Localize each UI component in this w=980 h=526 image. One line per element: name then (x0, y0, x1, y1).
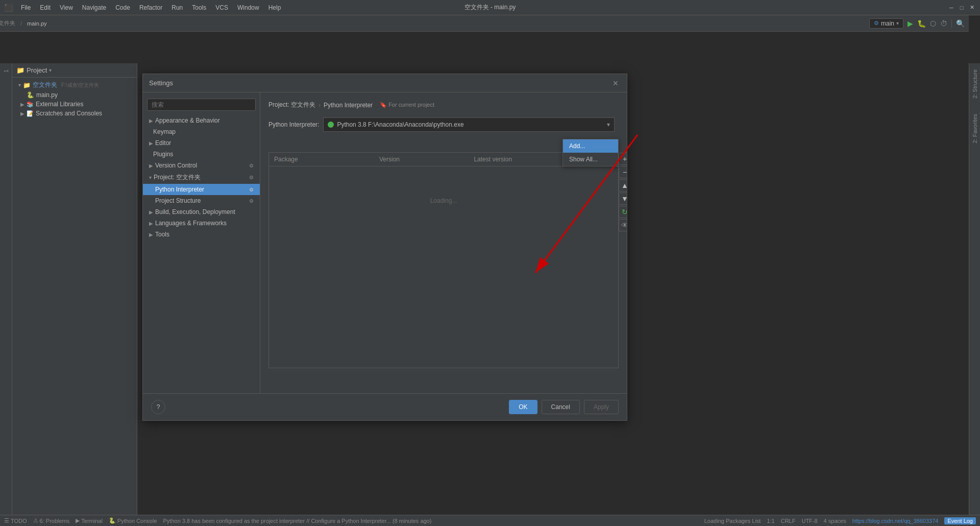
structure-tab[interactable]: 2: Structure (972, 69, 978, 99)
settings-item-version-control[interactable]: ▶ Version Control ⚙ (143, 160, 260, 171)
run-config-label: main (881, 20, 894, 27)
interpreter-select[interactable]: Python 3.8 F:\Anaconda\Anaconda\python.e… (323, 117, 615, 132)
table-spacer (269, 204, 618, 368)
settings-item-python-interpreter[interactable]: Python Interpreter ⚙ (143, 184, 260, 195)
run-button[interactable]: ▶ (908, 19, 913, 28)
cancel-button[interactable]: Cancel (542, 400, 580, 414)
project-structure-label: Project Structure (155, 197, 201, 204)
profile-button[interactable]: ⏱ (940, 19, 947, 28)
coverage-button[interactable]: ⬡ (930, 19, 936, 28)
scroll-down-button[interactable]: ▼ (619, 193, 627, 205)
menu-vcs[interactable]: VCS (211, 3, 232, 12)
title-bar-left: ⬛ File Edit View Navigate Code Refactor … (4, 3, 285, 12)
main-content: 2: Structure 2: Favorites Settings ✕ (137, 63, 980, 526)
settings-sidebar: ▶ Appearance & Behavior Keymap ▶ Editor … (143, 92, 260, 393)
root-folder-item[interactable]: ▾ 📁 空文件夹 F:\咸鱼\空文件夹 (12, 80, 137, 90)
settings-item-project-structure[interactable]: Project Structure ⚙ (143, 195, 260, 206)
close-button[interactable]: ✕ (968, 4, 976, 12)
terminal-tab[interactable]: ▶ Terminal (76, 517, 103, 524)
apply-button[interactable]: Apply (584, 400, 619, 414)
python-green-dot (328, 122, 334, 128)
breadcrumb: Project: 空文件夹 › Python Interpreter 🔖 For… (268, 101, 619, 109)
expand-icon: ▶ (149, 140, 153, 146)
refresh-button[interactable]: ↻ (619, 206, 627, 218)
menu-view[interactable]: View (56, 3, 77, 12)
search-everywhere-button[interactable]: 🔍 (956, 19, 965, 28)
for-current-project-tag: 🔖 For current project (380, 102, 434, 108)
expand-icon: ▶ (149, 118, 153, 124)
settings-item-tools[interactable]: ▶ Tools (143, 229, 260, 240)
scratches-item[interactable]: ▶ 📝 Scratches and Consoles (12, 109, 137, 118)
scroll-up-button[interactable]: ▲ (619, 179, 627, 192)
menu-run[interactable]: Run (167, 3, 187, 12)
menu-refactor[interactable]: Refactor (135, 3, 166, 12)
build-label: Build, Execution, Deployment (155, 208, 235, 216)
maximize-button[interactable]: □ (958, 4, 966, 12)
appearance-label: Appearance & Behavior (155, 117, 220, 124)
table-action-buttons: + − ▲ ▼ ↻ 👁 (619, 153, 627, 231)
project-label: Project: 空文件夹 (154, 173, 201, 182)
add-dropdown-add[interactable]: Add... (563, 139, 618, 153)
remove-package-button[interactable]: − (619, 166, 627, 178)
dialog-title: Settings (149, 79, 173, 87)
menu-file[interactable]: File (17, 3, 35, 12)
menu-bar: File Edit View Navigate Code Refactor Ru… (17, 3, 285, 12)
project-tab-icon[interactable]: 1 (3, 69, 9, 73)
interpreter-row: Python Interpreter: Python 3.8 F:\Anacon… (268, 117, 619, 132)
settings-item-languages[interactable]: ▶ Languages & Frameworks (143, 218, 260, 229)
settings-item-plugins[interactable]: Plugins (143, 149, 260, 160)
ok-button[interactable]: OK (509, 400, 537, 414)
settings-item-keymap[interactable]: Keymap (143, 126, 260, 137)
dialog-body: ▶ Appearance & Behavior Keymap ▶ Editor … (143, 92, 627, 393)
help-button[interactable]: ? (151, 400, 165, 414)
settings-item-appearance[interactable]: ▶ Appearance & Behavior (143, 115, 260, 126)
breadcrumb-current: Python Interpreter (324, 102, 373, 109)
settings-item-editor[interactable]: ▶ Editor (143, 137, 260, 149)
todo-tab[interactable]: ☰ TODO (4, 517, 27, 524)
menu-code[interactable]: Code (111, 3, 134, 12)
run-config-selector[interactable]: ⚙ main ▾ (869, 18, 903, 29)
menu-window[interactable]: Window (233, 3, 263, 12)
tools-label: Tools (155, 231, 169, 238)
problems-tab[interactable]: ⚠ 6: Problems (33, 517, 70, 524)
csdn-link[interactable]: https://blog.csdn.net/qq_38603374 (852, 518, 939, 524)
indent[interactable]: 4 spaces (824, 518, 846, 524)
eye-button[interactable]: 👁 (619, 219, 627, 231)
line-ending[interactable]: CRLF (781, 518, 796, 524)
loading-packages-text: Loading Packages List (704, 518, 761, 524)
dialog-close-button[interactable]: ✕ (610, 78, 621, 88)
settings-item-project[interactable]: ▾ Project: 空文件夹 ⚙ (143, 171, 260, 184)
menu-edit[interactable]: Edit (36, 3, 55, 12)
settings-search-input[interactable] (147, 99, 256, 111)
debug-button[interactable]: 🐛 (917, 19, 926, 28)
line-col[interactable]: 1:1 (767, 518, 774, 524)
add-package-button[interactable]: + (619, 153, 627, 165)
python-console-tab[interactable]: 🐍 Python Console (109, 517, 157, 524)
external-libraries-label: External Libraries (36, 101, 83, 108)
main-layout: 1 📁 Project ▾ ▾ 📁 空文件夹 F:\咸鱼\空文件夹 🐍 main… (0, 63, 980, 526)
breadcrumb-file: main.py (27, 20, 47, 27)
breadcrumb-project: Project: 空文件夹 (268, 101, 315, 109)
menu-navigate[interactable]: Navigate (78, 3, 110, 12)
minimize-button[interactable]: ─ (947, 4, 955, 12)
external-libraries-item[interactable]: ▶ 📚 External Libraries (12, 100, 137, 109)
title-bar: ⬛ File Edit View Navigate Code Refactor … (0, 0, 980, 15)
left-tool-icons: 1 (3, 69, 9, 73)
root-folder-path: F:\咸鱼\空文件夹 (61, 82, 99, 89)
encoding[interactable]: UTF-8 (801, 518, 817, 524)
loading-indicator: Loading... (269, 197, 618, 204)
interpreter-select-inner: Python 3.8 F:\Anaconda\Anaconda\python.e… (328, 121, 463, 128)
add-dropdown-show-all[interactable]: Show All... (563, 153, 618, 166)
menu-help[interactable]: Help (264, 3, 285, 12)
project-dropdown[interactable]: 📁 Project ▾ (16, 66, 52, 74)
event-log-button[interactable]: Event Log (944, 517, 976, 524)
ps-icon: ⚙ (249, 198, 254, 204)
favorites-tab[interactable]: 2: Favorites (972, 114, 978, 143)
settings-item-build[interactable]: ▶ Build, Execution, Deployment (143, 206, 260, 218)
main-py-item[interactable]: 🐍 main.py (12, 90, 137, 100)
file-tree-panel: 📁 Project ▾ ▾ 📁 空文件夹 F:\咸鱼\空文件夹 🐍 main.p… (12, 63, 137, 526)
run-config-dropdown-icon: ▾ (896, 20, 899, 26)
menu-tools[interactable]: Tools (188, 3, 210, 12)
status-bar: ☰ TODO ⚠ 6: Problems ▶ Terminal 🐍 Python… (0, 515, 980, 526)
status-bar-left: ☰ TODO ⚠ 6: Problems ▶ Terminal 🐍 Python… (4, 517, 431, 524)
